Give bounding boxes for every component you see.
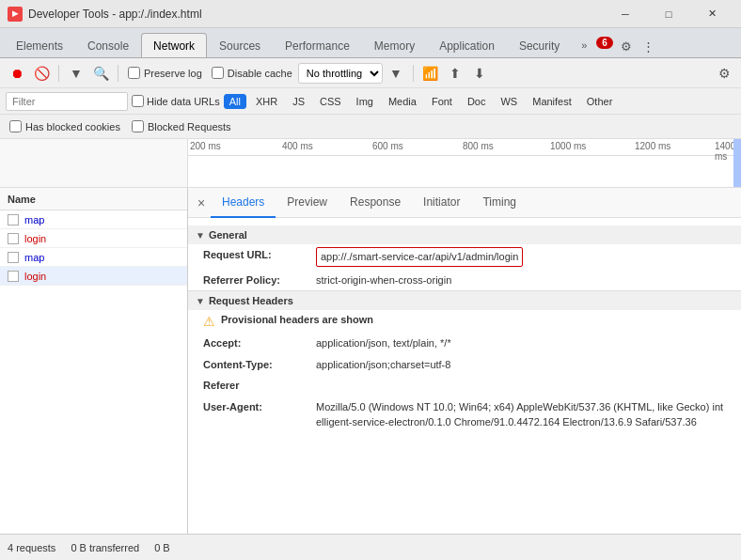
disable-cache-label[interactable]: Disable cache (208, 67, 296, 79)
details-tab-timing[interactable]: Timing (471, 188, 528, 218)
warning-text: Provisional headers are shown (221, 314, 373, 325)
request-row-login-2[interactable]: login (0, 267, 187, 286)
filter-type-manifest[interactable]: Manifest (527, 94, 577, 109)
req-checkbox-2[interactable] (8, 233, 19, 244)
import-button[interactable]: ⬆ (444, 62, 466, 85)
details-tab-initiator[interactable]: Initiator (412, 188, 471, 218)
clear-button[interactable]: 🚫 (30, 62, 53, 85)
req-name-map-1: map (24, 214, 44, 226)
tab-application[interactable]: Application (427, 33, 507, 57)
disable-cache-checkbox[interactable] (212, 67, 224, 79)
tab-performance[interactable]: Performance (273, 33, 362, 57)
req-checkbox-3[interactable] (8, 252, 19, 263)
main-tabs: Elements Console Network Sources Perform… (0, 28, 741, 58)
preserve-log-label[interactable]: Preserve log (124, 67, 206, 79)
throttle-arrow-button[interactable]: ▼ (385, 62, 407, 85)
details-tab-response[interactable]: Response (339, 188, 412, 218)
timeline-ruler: 200 ms 400 ms 600 ms 800 ms 1000 ms 1200… (188, 139, 741, 156)
details-tab-headers[interactable]: Headers (211, 188, 276, 218)
name-column-header: Name (8, 194, 36, 205)
filter-type-ws[interactable]: WS (495, 94, 523, 109)
blocked-requests-text: Blocked Requests (148, 121, 231, 132)
tab-security[interactable]: Security (507, 33, 572, 57)
tab-sources[interactable]: Sources (207, 33, 273, 57)
error-badge: 6 (596, 37, 613, 49)
settings-button[interactable]: ⚙ (713, 62, 735, 85)
tick-1000: 1000 ms (550, 141, 586, 151)
disable-cache-text: Disable cache (228, 68, 292, 79)
filter-type-font[interactable]: Font (426, 94, 458, 109)
timeline: 200 ms 400 ms 600 ms 800 ms 1000 ms 1200… (0, 139, 741, 188)
accept-row: Accept: application/json, text/plain, */… (188, 333, 741, 354)
preserve-log-text: Preserve log (144, 68, 202, 79)
search-button[interactable]: 🔍 (89, 62, 112, 85)
filter-type-doc[interactable]: Doc (462, 94, 492, 109)
blocked-requests-label[interactable]: Blocked Requests (132, 120, 231, 132)
requests-panel: Name map login map login (0, 188, 188, 534)
filter-type-other[interactable]: Other (581, 94, 619, 109)
maximize-button[interactable]: □ (647, 0, 690, 28)
has-blocked-cookies-label[interactable]: Has blocked cookies (9, 120, 120, 132)
filter-type-all[interactable]: All (224, 94, 246, 109)
req-checkbox-4[interactable] (8, 271, 19, 282)
req-name-login-2: login (24, 271, 46, 282)
tick-400: 400 ms (282, 141, 313, 151)
export-button[interactable]: ⬇ (468, 62, 491, 85)
general-section-header[interactable]: ▼ General (188, 226, 741, 244)
wifi-button[interactable]: 📶 (419, 62, 442, 85)
accept-value: application/json, text/plain, */* (316, 335, 451, 351)
provisional-headers-warning: ⚠ Provisional headers are shown (188, 310, 741, 333)
hide-data-urls-checkbox[interactable] (132, 95, 144, 107)
details-panel: × Headers Preview Response Initiator Tim… (188, 188, 741, 534)
tabs-overflow[interactable]: » (575, 33, 592, 57)
tick-600: 600 ms (372, 141, 403, 151)
content-type-row: Content-Type: application/json;charset=u… (188, 354, 741, 376)
req-name-map-2: map (24, 252, 44, 263)
tab-elements[interactable]: Elements (4, 33, 75, 57)
tab-network[interactable]: Network (141, 33, 207, 57)
details-content: ▼ General Request URL: app://./smart-ser… (188, 218, 741, 534)
preserve-log-checkbox[interactable] (128, 67, 140, 79)
req-name-login-1: login (24, 233, 46, 244)
requests-count: 4 requests (8, 542, 55, 553)
details-tab-preview[interactable]: Preview (276, 188, 339, 218)
devtools-more-button[interactable]: ⋮ (638, 35, 660, 57)
close-button[interactable]: ✕ (690, 0, 733, 28)
filter-input[interactable] (6, 92, 128, 111)
window-title: Developer Tools - app:/./index.html (28, 8, 604, 21)
request-url-row: Request URL: app://./smart-service-car/a… (188, 244, 741, 270)
filter-type-js[interactable]: JS (287, 94, 310, 109)
timeline-highlight (733, 139, 741, 188)
filter-toggle-button[interactable]: ▼ (65, 62, 87, 85)
devtools-settings-button[interactable]: ⚙ (615, 35, 638, 57)
request-row-map-2[interactable]: map (0, 248, 187, 267)
user-agent-value: Mozilla/5.0 (Windows NT 10.0; Win64; x64… (316, 399, 726, 430)
request-headers-section-header[interactable]: ▼ Request Headers (188, 290, 741, 310)
tab-memory[interactable]: Memory (362, 33, 427, 57)
record-button[interactable]: ⏺ (6, 62, 28, 85)
toolbar-separator-3 (413, 65, 414, 82)
content-type-value: application/json;charset=utf-8 (316, 357, 450, 373)
request-row-login-1[interactable]: login (0, 229, 187, 248)
has-blocked-cookies-checkbox[interactable] (9, 120, 22, 132)
req-checkbox-1[interactable] (8, 214, 19, 226)
tick-1200: 1200 ms (635, 141, 670, 151)
close-details-button[interactable]: × (192, 194, 211, 212)
minimize-button[interactable]: ─ (604, 0, 647, 28)
hide-data-urls-text: Hide data URLs (147, 96, 220, 107)
filter-type-media[interactable]: Media (383, 94, 422, 109)
throttle-select[interactable]: No throttling (298, 63, 383, 84)
hide-data-urls-label[interactable]: Hide data URLs (132, 95, 220, 107)
transferred-amount: 0 B transferred (71, 542, 139, 553)
filter-type-img[interactable]: Img (351, 94, 379, 109)
tab-console[interactable]: Console (75, 33, 141, 57)
request-headers-arrow: ▼ (196, 296, 205, 306)
timeline-bars (188, 156, 741, 188)
referer-row: Referer (188, 375, 741, 397)
resources-amount: 0 B (154, 542, 170, 553)
has-blocked-cookies-text: Has blocked cookies (25, 121, 120, 132)
filter-type-css[interactable]: CSS (314, 94, 347, 109)
request-row-map-1[interactable]: map (0, 210, 187, 229)
filter-type-xhr[interactable]: XHR (250, 94, 283, 109)
blocked-requests-checkbox[interactable] (132, 120, 144, 132)
